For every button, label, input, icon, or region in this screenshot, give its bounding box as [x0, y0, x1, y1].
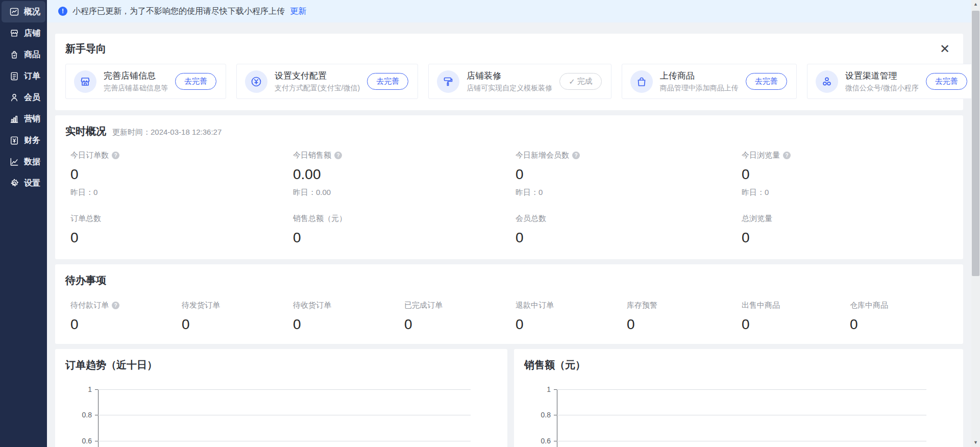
stat-value: 0 — [70, 166, 293, 183]
todo-section: 待办事项 待付款订单?0待发货订单0待收货订单0已完成订单0退款中订单0库存预警… — [55, 264, 963, 344]
stat-value: 0 — [293, 316, 404, 333]
todo-grid: 待付款订单?0待发货订单0待收货订单0已完成订单0退款中订单0库存预警0出售中商… — [65, 301, 953, 333]
stat-stock-warning: 库存预警0 — [627, 301, 742, 333]
guide-card-shop-info: 完善店铺信息完善店铺基础信息等去完善 — [65, 64, 226, 99]
finance-icon — [9, 135, 19, 145]
stat-today-new-members: 今日新增会员数?0昨日：0 — [516, 151, 742, 197]
go-complete-button[interactable]: 去完善 — [926, 73, 967, 90]
todo-title: 待办事项 — [65, 274, 953, 287]
stat-value: 0 — [516, 230, 742, 246]
gridline — [557, 441, 926, 441]
scrollbar-thumb[interactable] — [972, 11, 979, 276]
stat-label-text: 待付款订单 — [70, 301, 109, 310]
stat-label-text: 今日销售额 — [293, 151, 331, 160]
gridline — [557, 389, 926, 390]
guide-card-decoration: 店铺装修店铺可实现自定义模板装修✓完成 — [428, 64, 611, 99]
y-axis-tick-label: 0.6 — [70, 437, 92, 445]
sidebar-item-settings[interactable]: 设置 — [2, 172, 45, 194]
storefront-icon — [74, 70, 96, 93]
guide-card-subtitle: 商品管理中添加商品上传 — [660, 84, 739, 93]
realtime-title: 实时概况 — [65, 125, 106, 138]
data-icon — [9, 157, 19, 167]
sidebar-item-overview[interactable]: 概况 — [2, 1, 45, 22]
help-icon[interactable]: ? — [112, 152, 119, 159]
chart-sales-amount: 销售额（元）10.80.60.40.20 — [514, 349, 963, 447]
help-icon[interactable]: ? — [112, 302, 119, 309]
button-label: 去完善 — [935, 77, 958, 86]
stat-label-text: 仓库中商品 — [850, 301, 888, 310]
y-axis-tick — [95, 389, 98, 390]
help-icon[interactable]: ? — [572, 152, 580, 159]
stat-refunding-orders: 退款中订单0 — [516, 301, 627, 333]
orders-icon — [9, 71, 19, 81]
guide-header: 新手导向 ✕ — [65, 42, 953, 56]
stat-value: 0.00 — [293, 166, 516, 183]
sidebar-item-marketing[interactable]: 营销 — [2, 108, 45, 130]
sidebar-item-shop[interactable]: 店铺 — [2, 22, 45, 44]
sidebar-item-data[interactable]: 数据 — [2, 151, 45, 172]
stat-total-members: 会员总数0 — [516, 214, 742, 246]
go-complete-button[interactable]: 去完善 — [746, 73, 787, 90]
button-label: 去完善 — [184, 77, 207, 86]
stat-label-text: 待收货订单 — [293, 301, 331, 310]
stat-value: 0 — [742, 316, 850, 333]
notice-bar: ! 小程序已更新，为了不影响您的使用请尽快下载小程序上传更新 — [47, 0, 971, 22]
sidebar-item-label: 概况 — [24, 7, 40, 17]
guide-card-subtitle: 支付方式配置(支付宝/微信) — [275, 84, 360, 93]
stat-total-views: 总浏览量0 — [742, 214, 953, 246]
paint-roller-icon — [437, 70, 459, 93]
channels-icon — [816, 70, 838, 93]
scroll-down-arrow[interactable]: ▼ — [971, 440, 980, 445]
go-complete-button[interactable]: 去完善 — [367, 73, 408, 90]
chart-plot-sales-amount: 10.80.60.40.20 — [557, 389, 926, 447]
guide-title: 新手导向 — [65, 42, 106, 56]
guide-card-title: 设置渠道管理 — [845, 70, 919, 82]
stat-label-text: 今日新增会员数 — [516, 151, 569, 160]
guide-card-payment: 设置支付配置支付方式配置(支付宝/微信)去完善 — [236, 64, 418, 99]
button-label: 完成 — [577, 77, 593, 86]
scroll-up-arrow[interactable]: ▲ — [971, 2, 980, 7]
stat-value: 0 — [404, 316, 516, 333]
realtime-overview-section: 实时概况 更新时间：2024-03-18 12:36:27 今日订单数?0昨日：… — [55, 115, 963, 259]
sidebar-item-finance[interactable]: 财务 — [2, 130, 45, 151]
stat-yesterday: 昨日：0 — [70, 188, 293, 197]
stat-label: 待付款订单? — [70, 301, 182, 310]
help-icon[interactable]: ? — [334, 152, 342, 159]
gridline — [98, 415, 471, 415]
stat-yesterday: 昨日：0 — [516, 188, 742, 197]
stat-unshipped-orders: 待发货订单0 — [182, 301, 293, 333]
completed-button[interactable]: ✓完成 — [559, 73, 602, 90]
y-axis-tick-label: 0.8 — [529, 411, 551, 419]
stat-yesterday: 昨日：0.00 — [293, 188, 516, 197]
stat-value: 0 — [182, 316, 293, 333]
sidebar-item-members[interactable]: 会员 — [2, 87, 45, 108]
notice-text: 小程序已更新，为了不影响您的使用请尽快下载小程序上传 — [72, 6, 285, 17]
stat-value: 0 — [742, 166, 953, 183]
stat-today-sales: 今日销售额?0.00昨日：0.00 — [293, 151, 516, 197]
sidebar-item-orders[interactable]: 订单 — [2, 65, 45, 87]
stat-label-text: 总浏览量 — [742, 214, 772, 224]
main-area: ! 小程序已更新，为了不影响您的使用请尽快下载小程序上传更新 新手导向 ✕ 完善… — [47, 0, 980, 447]
stat-label: 今日新增会员数? — [516, 151, 742, 160]
chart-order-trend: 订单趋势（近十日）10.80.60.40.20 — [55, 349, 507, 447]
y-axis-tick — [95, 441, 98, 441]
stat-value: 0 — [742, 230, 953, 246]
members-icon — [9, 92, 19, 103]
notice-update-link[interactable]: 更新 — [290, 6, 306, 17]
stat-label-text: 销售总额（元） — [293, 214, 347, 224]
close-icon[interactable]: ✕ — [937, 43, 953, 55]
help-icon[interactable]: ? — [783, 152, 791, 159]
y-axis-tick-label: 0.8 — [70, 411, 92, 419]
y-axis-line — [98, 389, 99, 447]
go-complete-button[interactable]: 去完善 — [175, 73, 216, 90]
check-icon: ✓ — [569, 77, 575, 86]
chart-title: 订单趋势（近十日） — [65, 358, 497, 372]
guide-card-subtitle: 微信公众号/微信小程序 — [845, 84, 919, 93]
scrollbar[interactable]: ▲ ▼ — [971, 0, 980, 447]
stat-value: 0 — [516, 166, 742, 183]
sidebar-item-goods[interactable]: 商品 — [2, 44, 45, 65]
sidebar-item-label: 营销 — [24, 114, 40, 125]
realtime-stats-row2: 订单总数0销售总额（元）0会员总数0总浏览量0 — [65, 214, 953, 246]
goods-icon — [9, 49, 19, 60]
guide-card-text: 上传商品商品管理中添加商品上传 — [660, 70, 739, 93]
